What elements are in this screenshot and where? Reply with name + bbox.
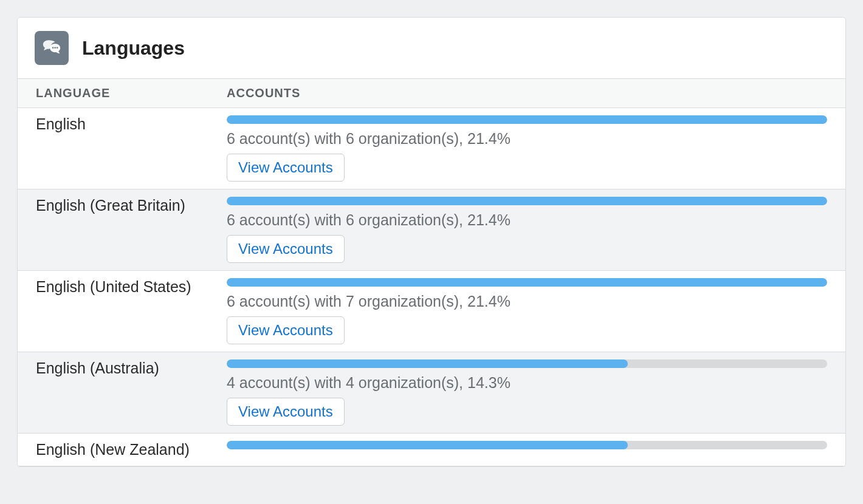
table-header-row: LANGUAGE ACCOUNTS: [18, 78, 845, 108]
progress-bar: [227, 278, 827, 287]
accounts-cell: [227, 440, 845, 458]
progress-bar-fill: [227, 359, 628, 368]
accounts-cell: 6 account(s) with 7 organization(s), 21.…: [227, 277, 845, 344]
progress-bar: [227, 115, 827, 124]
language-name: English (New Zealand): [18, 440, 227, 458]
column-header-language: LANGUAGE: [18, 86, 227, 100]
progress-bar: [227, 441, 827, 449]
view-accounts-button[interactable]: View Accounts: [227, 154, 345, 182]
language-name: English (United States): [18, 277, 227, 344]
progress-bar: [227, 359, 827, 368]
table-body: English6 account(s) with 6 organization(…: [18, 108, 845, 466]
language-name: English (Great Britain): [18, 196, 227, 263]
accounts-cell: 4 account(s) with 4 organization(s), 14.…: [227, 358, 845, 426]
table-row: English (Australia)4 account(s) with 4 o…: [18, 352, 845, 434]
progress-bar-fill: [227, 197, 827, 205]
panel-header: Languages: [18, 18, 845, 78]
progress-bar-fill: [227, 115, 827, 124]
accounts-summary: 6 account(s) with 6 organization(s), 21.…: [227, 130, 827, 148]
accounts-cell: 6 account(s) with 6 organization(s), 21.…: [227, 114, 845, 182]
accounts-summary: 6 account(s) with 6 organization(s), 21.…: [227, 211, 827, 229]
languages-panel: Languages LANGUAGE ACCOUNTS English6 acc…: [17, 17, 846, 467]
progress-bar: [227, 197, 827, 205]
table-row: English (United States)6 account(s) with…: [18, 271, 845, 352]
language-name: English (Australia): [18, 358, 227, 426]
table-row: English (Great Britain)6 account(s) with…: [18, 189, 845, 271]
progress-bar-fill: [227, 441, 628, 449]
accounts-summary: 6 account(s) with 7 organization(s), 21.…: [227, 293, 827, 310]
view-accounts-button[interactable]: View Accounts: [227, 398, 345, 426]
language-name: English: [18, 114, 227, 182]
view-accounts-button[interactable]: View Accounts: [227, 235, 345, 263]
table-row: English (New Zealand): [18, 434, 845, 466]
table-row: English6 account(s) with 6 organization(…: [18, 108, 845, 189]
accounts-summary: 4 account(s) with 4 organization(s), 14.…: [227, 374, 827, 392]
progress-bar-fill: [227, 278, 827, 287]
view-accounts-button[interactable]: View Accounts: [227, 316, 345, 344]
accounts-cell: 6 account(s) with 6 organization(s), 21.…: [227, 196, 845, 263]
panel-title: Languages: [82, 37, 185, 60]
chat-bubbles-icon: [35, 31, 69, 65]
column-header-accounts: ACCOUNTS: [227, 86, 845, 100]
